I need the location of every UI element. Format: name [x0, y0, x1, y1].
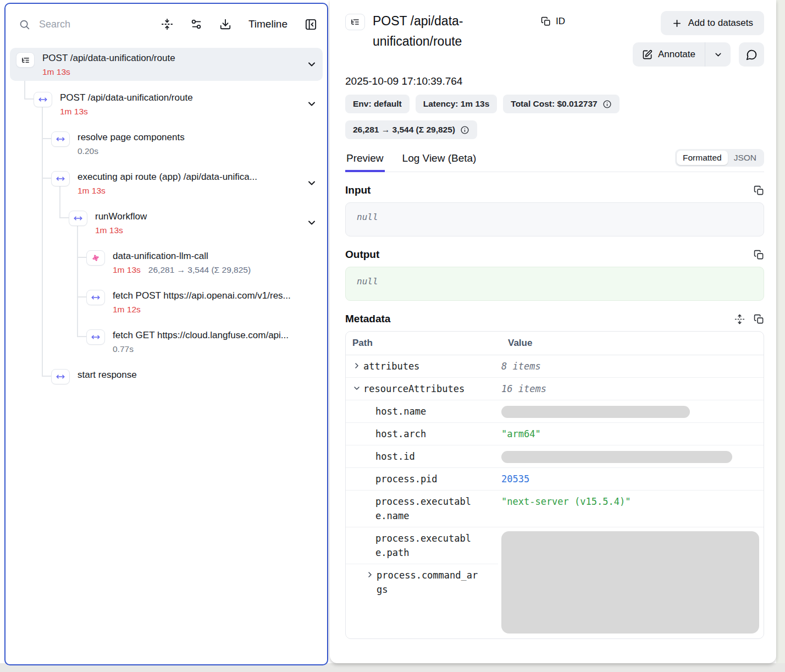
trace-badge: 26,281 → 3,544 (Σ 29,825)	[345, 120, 477, 139]
unfold-vertical-icon	[734, 314, 745, 324]
tree-node[interactable]: executing api route (app) /api/data-unif…	[10, 167, 323, 206]
tabs-row: PreviewLog View (Beta) FormattedJSON	[345, 149, 764, 172]
chevron-right-icon[interactable]	[352, 361, 363, 370]
node-type-badge	[86, 290, 105, 305]
badge-row: Env: default Latency: 1m 13s Total Cost:…	[345, 95, 764, 113]
metadata-key: host.name	[375, 404, 426, 418]
copy-icon	[754, 185, 764, 196]
copy-output-button[interactable]	[754, 250, 764, 260]
copy-id-button[interactable]: ID	[541, 16, 565, 27]
tree-node[interactable]: fetch POST https://api.openai.com/v1/res…	[10, 285, 323, 325]
add-to-datasets-button[interactable]: Add to datasets	[661, 11, 764, 35]
node-duration: 1m 13s	[113, 265, 141, 276]
format-option[interactable]: Formatted	[677, 151, 728, 165]
trace-type-badge	[345, 14, 365, 30]
node-duration: 1m 12s	[113, 304, 141, 315]
metadata-row: host.name	[346, 400, 764, 422]
tab[interactable]: Log View (Beta)	[401, 149, 478, 172]
trace-detail-panel: POST /api/data-unification/route ID Add …	[330, 0, 776, 663]
page-background-strip	[776, 0, 785, 663]
tree-node[interactable]: POST /api/data-unification/route 1m 13s	[10, 87, 323, 127]
fold-vertical-icon	[161, 18, 173, 30]
comment-button[interactable]	[739, 42, 764, 67]
metadata-key: host.id	[375, 449, 415, 464]
metadata-tall-rows: process.executable.path process.command_…	[346, 527, 764, 638]
expand-metadata-button[interactable]	[734, 314, 745, 324]
column-header-path: Path	[352, 338, 505, 349]
node-label: executing api route (app) /api/data-unif…	[78, 172, 257, 182]
search-box[interactable]	[19, 18, 161, 31]
tree-node[interactable]: POST /api/data-unification/route 1m 13s	[10, 48, 323, 81]
node-type-badge	[34, 92, 52, 107]
node-type-badge	[16, 52, 35, 68]
metadata-row: process.pid 20535	[346, 467, 764, 490]
copy-icon	[754, 314, 764, 324]
metadata-value-text: "arm64"	[501, 428, 541, 439]
chevron-down-icon[interactable]	[306, 217, 317, 228]
panel-left-close-icon	[305, 18, 317, 31]
page-title: POST /api/data-unification/route	[373, 11, 511, 52]
trace-tree: POST /api/data-unification/route 1m 13s …	[5, 45, 327, 404]
copy-input-button[interactable]	[754, 185, 764, 196]
chevron-down-icon[interactable]	[352, 384, 363, 393]
annotate-dropdown-button[interactable]	[705, 42, 731, 67]
metadata-row: resourceAttributes 16 items	[346, 377, 764, 400]
generation-icon	[91, 254, 100, 262]
node-duration: 1m 13s	[60, 106, 88, 117]
tree-node[interactable]: fetch GET https://cloud.langfuse.com/api…	[10, 325, 323, 365]
edit-icon	[642, 49, 653, 60]
collapse-panel-button[interactable]	[305, 18, 317, 31]
chevron-down-icon[interactable]	[306, 178, 317, 189]
tree-toolbar: Timeline	[5, 4, 327, 45]
metadata-row: attributes 8 items	[346, 355, 764, 377]
node-label: resolve page components	[78, 132, 185, 142]
node-duration: 0.20s	[78, 146, 98, 157]
node-type-badge	[69, 211, 87, 226]
info-icon[interactable]	[602, 100, 612, 109]
metadata-value: "arm64"	[498, 423, 764, 445]
node-label: POST /api/data-unification/route	[60, 92, 193, 103]
metadata-key: process.command_args	[377, 568, 481, 597]
metadata-row: process.executable.path	[346, 527, 498, 564]
metadata-value	[498, 445, 764, 467]
copy-icon	[541, 16, 551, 26]
metadata-value: 20535	[498, 468, 764, 490]
id-label: ID	[556, 16, 565, 27]
trace-badge: Total Cost: $0.012737	[503, 95, 619, 113]
search-input[interactable]	[38, 18, 101, 31]
node-duration: 0.77s	[113, 344, 134, 355]
view-settings-button[interactable]	[190, 18, 202, 30]
info-icon[interactable]	[460, 125, 469, 135]
span-icon	[74, 214, 82, 223]
chevron-right-icon[interactable]	[366, 570, 377, 579]
tree-node[interactable]: resolve page components 0.20s	[10, 127, 323, 167]
metadata-key: process.pid	[375, 472, 438, 486]
output-section-title: Output	[345, 249, 379, 261]
metadata-section-head: Metadata	[345, 313, 764, 325]
chevron-down-icon[interactable]	[306, 59, 317, 70]
chevron-down-icon[interactable]	[306, 98, 317, 109]
tree-node[interactable]: runWorkflow 1m 13s	[10, 206, 323, 246]
copy-metadata-button[interactable]	[754, 314, 764, 324]
node-token-usage: 26,281 → 3,544 (Σ 29,825)	[148, 265, 251, 276]
tree-node[interactable]: start response	[10, 365, 323, 404]
tree-node[interactable]: data-unification-llm-call 1m 13s 26,281 …	[10, 246, 323, 285]
node-type-badge	[86, 250, 105, 266]
node-duration: 1m 13s	[95, 225, 123, 236]
timeline-toggle-button[interactable]: Timeline	[248, 18, 288, 30]
node-label: fetch POST https://api.openai.com/v1/res…	[113, 290, 291, 301]
badge-row: 26,281 → 3,544 (Σ 29,825)	[345, 120, 764, 139]
trace-tree-panel: Timeline POST /api/	[4, 3, 328, 665]
collapse-all-button[interactable]	[161, 18, 173, 30]
span-icon	[38, 95, 47, 104]
node-type-badge	[51, 131, 70, 147]
tab[interactable]: Preview	[345, 149, 385, 172]
download-icon	[219, 18, 231, 30]
node-label: start response	[78, 370, 137, 380]
annotate-button[interactable]: Annotate	[633, 42, 705, 67]
input-section-head: Input	[345, 184, 764, 196]
format-option[interactable]: JSON	[728, 151, 762, 165]
node-type-badge	[86, 329, 105, 345]
node-label: fetch GET https://cloud.langfuse.com/api…	[113, 330, 289, 340]
download-button[interactable]	[219, 18, 231, 30]
